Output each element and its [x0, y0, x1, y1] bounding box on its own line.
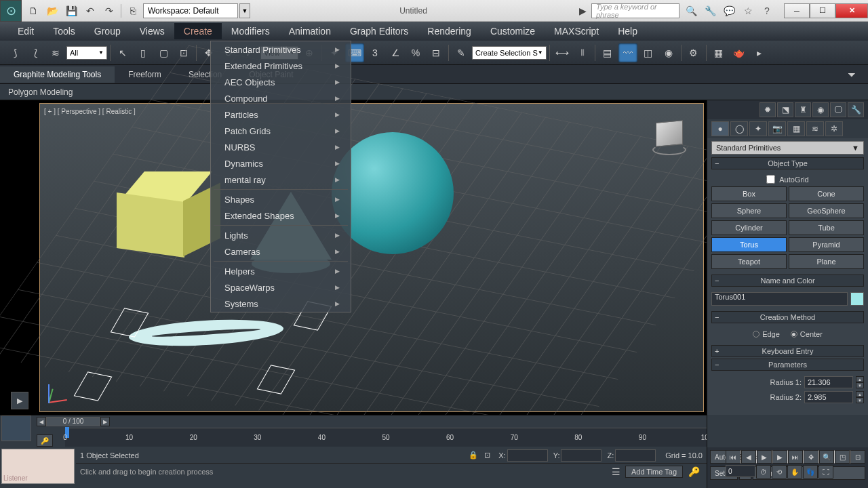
- menu-edit[interactable]: Edit: [8, 23, 43, 39]
- display-tab-icon[interactable]: 🖵: [830, 102, 846, 117]
- wrench-icon[interactable]: 🔧: [701, 3, 719, 19]
- selection-filter[interactable]: All▼: [66, 46, 107, 60]
- object-name-input[interactable]: Torus001: [711, 292, 848, 306]
- lock-icon[interactable]: 🔒: [467, 449, 479, 462]
- dd-particles[interactable]: Particles▶: [211, 106, 351, 123]
- workspace-selector[interactable]: Workspace: Default: [143, 3, 238, 18]
- autogrid-checkbox[interactable]: [766, 175, 775, 184]
- dd-spacewarps[interactable]: SpaceWarps▶: [211, 279, 351, 296]
- schematic-icon[interactable]: ◫: [639, 43, 658, 62]
- menu-help[interactable]: Help: [608, 23, 647, 39]
- open-icon[interactable]: 📂: [43, 3, 61, 19]
- nav-orbit-icon[interactable]: ⟲: [772, 465, 787, 479]
- ribbon-tab-graphite[interactable]: Graphite Modeling Tools: [0, 66, 115, 83]
- workspace-arrow-icon[interactable]: ▼: [239, 3, 250, 18]
- menu-grapheditors[interactable]: Graph Editors: [340, 23, 418, 39]
- category-dropdown[interactable]: Standard Primitives▼: [711, 141, 864, 155]
- nav-walk-icon[interactable]: 👣: [803, 465, 818, 479]
- menu-customize[interactable]: Customize: [481, 23, 545, 39]
- btn-cylinder[interactable]: Cylinder: [711, 220, 787, 235]
- hierarchy-tab-icon[interactable]: ♜: [795, 102, 811, 117]
- select-name-icon[interactable]: ▯: [134, 43, 153, 62]
- dd-nurbs[interactable]: NURBS▶: [211, 139, 351, 155]
- nav-zoomext-icon[interactable]: ⊡: [850, 450, 865, 464]
- box-object[interactable]: [118, 171, 213, 253]
- dd-standard-primitives[interactable]: Standard Primitives▶: [211, 41, 351, 58]
- dd-shapes[interactable]: Shapes▶: [211, 191, 351, 207]
- btn-torus[interactable]: Torus: [711, 237, 787, 252]
- time-prev-button[interactable]: ◀: [37, 417, 46, 426]
- select-region-icon[interactable]: ▢: [154, 43, 173, 62]
- helpers-subtab-icon[interactable]: ▦: [787, 121, 805, 136]
- material-icon[interactable]: ◉: [659, 43, 678, 62]
- search-arrow-icon[interactable]: ▶: [574, 3, 591, 19]
- maxscript-listener[interactable]: Listener: [1, 449, 75, 484]
- render-prod-icon[interactable]: ▸: [750, 43, 769, 62]
- isolate-icon[interactable]: ⊡: [481, 449, 493, 462]
- time-ruler[interactable]: 0102030405060708090100: [65, 428, 707, 447]
- btn-box[interactable]: Box: [711, 186, 787, 201]
- unlink-icon[interactable]: ⟅: [26, 43, 45, 62]
- menu-maxscript[interactable]: MAXScript: [545, 23, 608, 39]
- nav-fov-icon[interactable]: ◳: [835, 450, 850, 464]
- dd-helpers[interactable]: Helpers▶: [211, 263, 351, 279]
- dd-lights[interactable]: Lights▶: [211, 227, 351, 243]
- motion-tab-icon[interactable]: ◉: [812, 102, 829, 117]
- link-icon[interactable]: ⎘: [124, 3, 142, 19]
- nav-zoom-icon[interactable]: 🔍: [819, 450, 834, 464]
- create-tab-icon[interactable]: ✹: [760, 102, 776, 117]
- bind-icon[interactable]: ≋: [46, 43, 65, 62]
- save-icon[interactable]: 💾: [62, 3, 80, 19]
- goto-start-icon[interactable]: ⏮: [726, 450, 741, 464]
- viewcube[interactable]: [649, 121, 690, 155]
- geometry-subtab-icon[interactable]: ●: [711, 121, 729, 136]
- z-coord-input[interactable]: [615, 449, 656, 462]
- align-icon[interactable]: ⫴: [573, 43, 592, 62]
- named-sel-edit-icon[interactable]: ✎: [452, 43, 471, 62]
- menu-group[interactable]: Group: [85, 23, 130, 39]
- btn-geosphere[interactable]: GeoSphere: [789, 203, 864, 218]
- key-mode-icon[interactable]: 🔑: [37, 434, 53, 447]
- spacewarps-subtab-icon[interactable]: ≋: [806, 121, 824, 136]
- dd-extended-shapes[interactable]: Extended Shapes▶: [211, 207, 351, 224]
- help-search-input[interactable]: Type a keyword or phrase: [591, 3, 679, 18]
- utilities-tab-icon[interactable]: 🔧: [848, 102, 864, 117]
- select-icon[interactable]: ↖: [113, 43, 132, 62]
- btn-teapot[interactable]: Teapot: [711, 254, 787, 269]
- modify-tab-icon[interactable]: ⬔: [777, 102, 793, 117]
- undo-icon[interactable]: ↶: [81, 3, 99, 19]
- radio-center[interactable]: Center: [791, 330, 823, 338]
- layers-icon[interactable]: ▤: [598, 43, 617, 62]
- trackbar-expand-button[interactable]: ▶: [11, 392, 28, 409]
- star-icon[interactable]: ☆: [739, 3, 757, 19]
- redo-icon[interactable]: ↷: [100, 3, 118, 19]
- dd-cameras[interactable]: Cameras▶: [211, 243, 351, 260]
- close-button[interactable]: ✕: [835, 3, 868, 18]
- angle-snap-icon[interactable]: ∠: [386, 43, 405, 62]
- new-icon[interactable]: 🗋: [24, 3, 42, 19]
- rollout-parameters[interactable]: −Parameters: [711, 359, 864, 371]
- dd-systems[interactable]: Systems▶: [211, 296, 351, 312]
- systems-subtab-icon[interactable]: ✲: [825, 121, 843, 136]
- btn-sphere[interactable]: Sphere: [711, 203, 787, 218]
- select-link-icon[interactable]: ⟆: [5, 43, 24, 62]
- dd-dynamics[interactable]: Dynamics▶: [211, 155, 351, 171]
- dd-patch-grids[interactable]: Patch Grids▶: [211, 123, 351, 139]
- btn-tube[interactable]: Tube: [789, 220, 864, 235]
- time-slider[interactable]: 0 / 100: [46, 417, 100, 426]
- rollout-creation-method[interactable]: −Creation Method: [711, 311, 864, 323]
- lights-subtab-icon[interactable]: ✦: [749, 121, 767, 136]
- next-frame-icon[interactable]: ▶: [772, 450, 787, 464]
- minimize-button[interactable]: ─: [784, 3, 810, 18]
- nav-maximize-icon[interactable]: ⛶: [818, 465, 833, 479]
- binoculars-icon[interactable]: 🔍: [682, 3, 700, 19]
- time-config-icon[interactable]: ⏱: [756, 465, 771, 479]
- btn-cone[interactable]: Cone: [789, 186, 864, 201]
- menu-modifiers[interactable]: Modifiers: [222, 23, 279, 39]
- object-color-swatch[interactable]: [850, 292, 864, 306]
- shapes-subtab-icon[interactable]: ◯: [730, 121, 748, 136]
- render-icon[interactable]: 🫖: [730, 43, 749, 62]
- radio-edge[interactable]: Edge: [753, 330, 780, 338]
- play-icon[interactable]: ▶: [757, 450, 772, 464]
- comm-center-icon[interactable]: ☰: [610, 466, 623, 478]
